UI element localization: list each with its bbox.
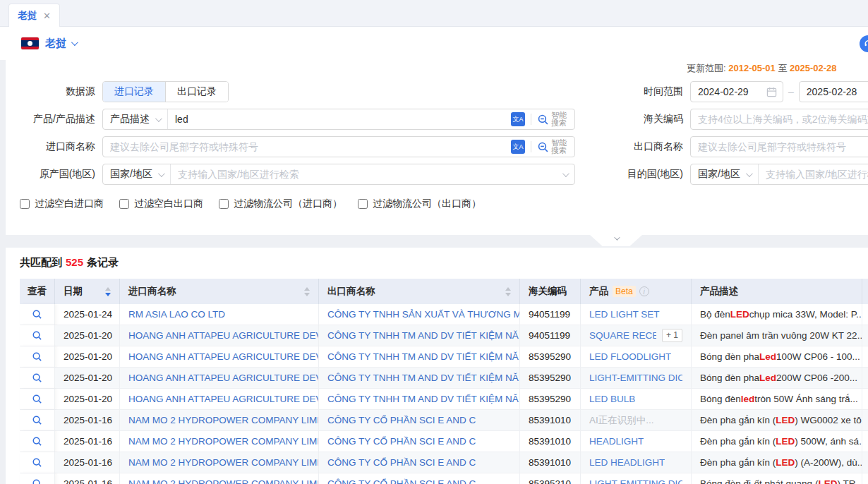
exporter-link[interactable]: CÔNG TY CỔ PHẦN SCI E AND C [327, 436, 476, 447]
product-link[interactable]: AI正在识别中... [589, 414, 654, 427]
importer-link[interactable]: HOANG ANH ATTAPEU AGRICULTURE DEVE... [128, 351, 319, 362]
importer-input[interactable] [103, 137, 511, 157]
importer-link[interactable]: RM ASIA LAO CO LTD [128, 309, 225, 320]
exporter-input[interactable] [691, 137, 868, 157]
view-detail-icon[interactable] [32, 330, 42, 341]
product-link[interactable]: SQUARE RECESS... [589, 330, 656, 341]
translate-icon[interactable]: 文A [511, 112, 525, 126]
exporter-link[interactable]: CÔNG TY TNHH TM AND DV TIẾT KIỆM NĂ... [327, 330, 520, 341]
view-detail-icon[interactable] [32, 415, 42, 425]
importer-link[interactable]: HOANG ANH ATTAPEU AGRICULTURE DEVE... [128, 394, 319, 404]
product-search-input[interactable] [168, 109, 511, 129]
importer-link[interactable]: HOANG ANH ATTAPEU AGRICULTURE DEVE... [128, 330, 319, 341]
exporter-link[interactable]: CÔNG TY TNHH TM AND DV TIẾT KIỆM NĂ... [327, 373, 520, 383]
exporter-link[interactable]: CÔNG TY CỔ PHẦN SCI E AND C [327, 415, 476, 425]
date-cell: 2025-01-24 [55, 304, 120, 325]
view-cell [20, 368, 55, 389]
importer-link[interactable]: NAM MO 2 HYDROPOWER COMPANY LIMI... [128, 478, 319, 484]
checkbox-input[interactable] [119, 199, 129, 209]
date-to-field[interactable] [799, 81, 868, 102]
table-row: 2025-01-20 HOANG ANH ATTAPEU AGRICULTURE… [20, 368, 868, 389]
destination-type-select[interactable]: 国家/地区 [691, 164, 759, 184]
product-link[interactable]: LED FLOODLIGHT [589, 351, 671, 362]
filter-checkbox[interactable]: 过滤空白进口商 [20, 198, 104, 210]
hs-code-cell: 85391010 [520, 452, 581, 473]
product-type-select[interactable]: 产品描述 [103, 109, 168, 129]
importer-link[interactable]: NAM MO 2 HYDROPOWER COMPANY LIMI... [128, 457, 319, 468]
origin-country-input[interactable] [171, 164, 562, 184]
filter-checkbox[interactable]: 过滤物流公司（出口商） [358, 198, 481, 210]
importer-link[interactable]: NAM MO 2 HYDROPOWER COMPANY LIMI... [128, 436, 319, 447]
product-link[interactable]: LED BULB [589, 394, 635, 404]
toggle-import-records[interactable]: 进口记录 [103, 82, 165, 102]
date-cell: 2025-01-16 [55, 473, 120, 484]
table-row: 2025-01-20 HOANG ANH ATTAPEU AGRICULTURE… [20, 389, 868, 410]
collapse-filters-button[interactable] [590, 235, 642, 246]
product-link[interactable]: LED LIGHT SET [589, 309, 660, 320]
product-extra-badge[interactable]: + 1 [662, 329, 682, 342]
tab-laos[interactable]: 老挝 ✕ [8, 4, 60, 27]
clipped-cell [862, 473, 868, 484]
table-row: 2025-01-20 HOANG ANH ATTAPEU AGRICULTURE… [20, 346, 868, 368]
sort-date-button[interactable] [105, 287, 111, 296]
toggle-export-records[interactable]: 出口记录 [165, 82, 228, 102]
exporter-link[interactable]: CÔNG TY TNHH TM AND DV TIẾT KIỆM NĂ... [327, 394, 520, 404]
product-link[interactable]: LIGHT-EMITTING DIO... [589, 373, 682, 383]
description-text: Đèn pha gắn kín ( [700, 457, 776, 468]
hs-code-field[interactable] [690, 109, 868, 130]
exporter-field[interactable] [690, 136, 868, 157]
sort-importer-button[interactable] [304, 287, 310, 296]
exporter-link[interactable]: CÔNG TY TNHH SẢN XUẤT VÀ THƯƠNG M... [327, 309, 520, 320]
chevron-down-icon[interactable] [562, 170, 569, 177]
exporter-link[interactable]: CÔNG TY TNHH TM AND DV TIẾT KIỆM NĂ... [327, 351, 520, 362]
date-from-input[interactable] [691, 82, 766, 102]
date-from-field[interactable] [690, 81, 783, 102]
divider [531, 114, 531, 125]
translate-icon[interactable]: 文A [511, 140, 525, 154]
date-to-input[interactable] [800, 82, 868, 102]
smart-search-button[interactable]: 智能搜索 [537, 139, 568, 155]
destination-country-input[interactable] [759, 164, 868, 184]
view-detail-icon[interactable] [32, 436, 42, 447]
exporter-link[interactable]: CÔNG TY CỔ PHẦN SCI E AND C [327, 457, 476, 468]
importer-cell: NAM MO 2 HYDROPOWER COMPANY LIMI... [120, 431, 319, 452]
importer-link[interactable]: NAM MO 2 HYDROPOWER COMPANY LIMI... [128, 415, 319, 425]
view-detail-icon[interactable] [32, 478, 42, 484]
importer-link[interactable]: HOANG ANH ATTAPEU AGRICULTURE DEVE... [128, 373, 319, 383]
view-detail-icon[interactable] [32, 309, 42, 320]
checkbox-input[interactable] [219, 199, 229, 209]
column-hs-code: 海关编码 [520, 279, 581, 304]
exporter-cell: CÔNG TY TNHH SẢN XUẤT VÀ THƯƠNG M... [319, 304, 520, 325]
product-cell: LIGHT-EMITTING DIO... [581, 368, 692, 389]
chevron-down-icon [158, 170, 165, 177]
view-cell [20, 452, 55, 473]
description-text: ) 500W, ánh sá... [795, 436, 862, 447]
view-detail-icon[interactable] [32, 394, 42, 404]
product-link[interactable]: LIGHT-EMITTING DIO... [589, 478, 682, 484]
origin-type-select[interactable]: 国家/地区 [103, 164, 171, 184]
clipped-cell [862, 368, 868, 389]
close-icon[interactable]: ✕ [43, 11, 51, 21]
checkbox-input[interactable] [20, 199, 30, 209]
exporter-link[interactable]: CÔNG TY CỔ PHẦN SCI E AND C [327, 478, 476, 484]
checkbox-input[interactable] [358, 199, 368, 209]
filter-checkbox[interactable]: 过滤物流公司（进口商） [219, 198, 342, 210]
support-button[interactable] [860, 35, 868, 52]
info-icon[interactable]: i [639, 286, 649, 296]
sort-exporter-button[interactable] [505, 287, 511, 296]
product-link[interactable]: LED HEADLIGHT [589, 457, 665, 468]
filter-checkbox[interactable]: 过滤空白出口商 [119, 198, 203, 210]
result-count-number: 525 [66, 256, 83, 268]
chevron-down-icon[interactable] [71, 39, 78, 46]
clipped-cell [862, 304, 868, 325]
keyword-highlight: Led [759, 373, 776, 383]
view-detail-icon[interactable] [32, 373, 42, 383]
hs-code-input[interactable] [691, 109, 868, 129]
view-detail-icon[interactable] [32, 457, 42, 468]
product-link[interactable]: HEADLIGHT [589, 436, 644, 447]
update-range: 更新范围: 2012-05-01 至 2025-02-28 [687, 62, 868, 75]
smart-search-button[interactable]: 智能搜索 [537, 111, 568, 127]
view-detail-icon[interactable] [32, 351, 42, 362]
exporter-cell: CÔNG TY TNHH TM AND DV TIẾT KIỆM NĂ... [319, 389, 520, 410]
data-source-label: 数据源 [6, 85, 95, 98]
